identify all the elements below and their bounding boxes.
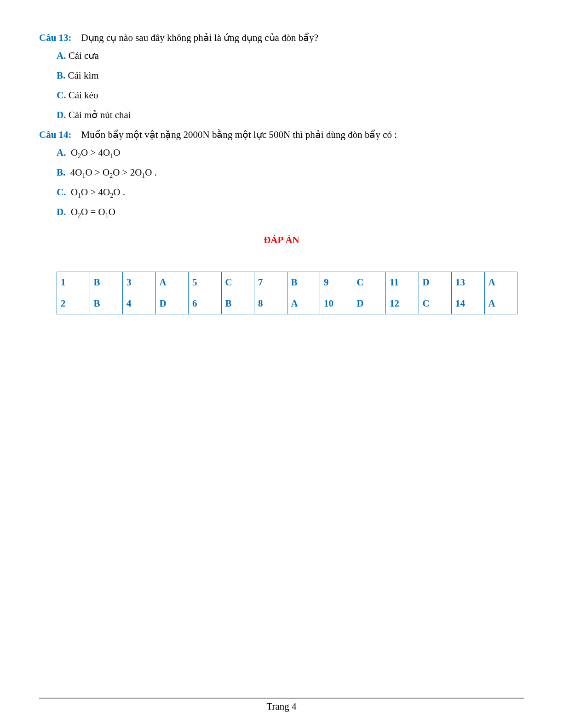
answer-cell: 8 bbox=[254, 293, 287, 314]
answer-cell: 4 bbox=[123, 293, 156, 314]
option-text: Cái kìm bbox=[68, 70, 99, 81]
answer-cell: 2 bbox=[57, 293, 90, 314]
option-13-d: D. Cái mở nút chai bbox=[57, 109, 524, 121]
option-text: Cái kéo bbox=[69, 90, 98, 101]
answer-cell: 5 bbox=[189, 272, 222, 293]
question-13-text: Dụng cụ nào sau đây không phải là ứng dụ… bbox=[81, 32, 319, 43]
answer-cell: D bbox=[155, 293, 189, 314]
answer-cell: 10 bbox=[320, 293, 353, 314]
question-14-text: Muốn bẩy một vật nặng 2000N bằng một lực… bbox=[81, 129, 397, 140]
question-14-options: A. O2O > 4O1O B. 4O1O > O2O > 2O1O . C. … bbox=[57, 147, 524, 218]
option-letter: B. bbox=[57, 70, 65, 81]
answer-cell: B bbox=[221, 293, 254, 314]
answer-cell: A bbox=[484, 272, 517, 293]
option-letter: A. bbox=[57, 147, 66, 158]
option-text: O2O > 4O1O bbox=[69, 147, 121, 158]
option-text: Cái cưa bbox=[69, 50, 99, 61]
option-letter: D. bbox=[57, 206, 66, 217]
answer-cell: 3 bbox=[123, 272, 156, 293]
footer-rule bbox=[39, 698, 524, 699]
answer-cell: 11 bbox=[386, 272, 419, 293]
answer-cell: D bbox=[353, 293, 386, 314]
option-13-c: C. Cái kéo bbox=[57, 90, 524, 101]
answer-cell: 9 bbox=[320, 272, 353, 293]
option-text: O2O = O1O bbox=[69, 206, 115, 217]
question-13-options: A. Cái cưa B. Cái kìm C. Cái kéo D. Cái … bbox=[57, 50, 524, 121]
answer-cell: B bbox=[90, 293, 123, 314]
spacer bbox=[74, 129, 79, 140]
answer-cell: 1 bbox=[57, 272, 90, 293]
option-13-b: B. Cái kìm bbox=[57, 70, 524, 81]
question-14-label: Câu 14: bbox=[39, 129, 72, 140]
answer-cell: C bbox=[353, 272, 386, 293]
option-text: O1O > 4O2O . bbox=[69, 187, 125, 198]
answer-cell: 13 bbox=[452, 272, 485, 293]
option-letter: B. bbox=[57, 167, 65, 178]
option-14-a: A. O2O > 4O1O bbox=[57, 147, 524, 159]
option-14-c: C. O1O > 4O2O . bbox=[57, 187, 524, 198]
answer-cell: B bbox=[90, 272, 123, 293]
answer-cell: D bbox=[419, 272, 452, 293]
footer-page-number: Trang 4 bbox=[0, 701, 563, 712]
answer-cell: C bbox=[419, 293, 452, 314]
answer-table-wrap: 1 B 3 A 5 C 7 B 9 C 11 D 13 A 2 B 4 D 6 bbox=[57, 272, 524, 314]
answer-cell: 6 bbox=[189, 293, 222, 314]
answer-cell: A bbox=[484, 293, 517, 314]
answer-cell: 7 bbox=[254, 272, 287, 293]
spacer bbox=[74, 32, 79, 43]
answer-cell: 12 bbox=[386, 293, 419, 314]
answer-cell: B bbox=[287, 272, 320, 293]
table-row: 1 B 3 A 5 C 7 B 9 C 11 D 13 A bbox=[57, 272, 517, 293]
option-13-a: A. Cái cưa bbox=[57, 50, 524, 62]
question-14: Câu 14: Muốn bẩy một vật nặng 2000N bằng… bbox=[39, 129, 524, 141]
option-letter: C. bbox=[57, 90, 66, 101]
answer-cell: 14 bbox=[452, 293, 485, 314]
table-row: 2 B 4 D 6 B 8 A 10 D 12 C 14 A bbox=[57, 293, 517, 314]
option-letter: D. bbox=[57, 109, 66, 120]
question-13-label: Câu 13: bbox=[39, 32, 72, 43]
answer-table: 1 B 3 A 5 C 7 B 9 C 11 D 13 A 2 B 4 D 6 bbox=[57, 272, 517, 314]
option-text: 4O1O > O2O > 2O1O . bbox=[68, 167, 157, 178]
answer-cell: A bbox=[287, 293, 320, 314]
question-13: Câu 13: Dụng cụ nào sau đây không phải l… bbox=[39, 32, 524, 44]
page: Câu 13: Dụng cụ nào sau đây không phải l… bbox=[0, 0, 563, 728]
option-letter: A. bbox=[57, 50, 66, 61]
answer-cell: C bbox=[221, 272, 254, 293]
option-14-b: B. 4O1O > O2O > 2O1O . bbox=[57, 167, 524, 178]
option-text: Cái mở nút chai bbox=[69, 109, 131, 120]
option-letter: C. bbox=[57, 187, 66, 198]
option-14-d: D. O2O = O1O bbox=[57, 206, 524, 218]
answer-cell: A bbox=[155, 272, 189, 293]
answer-heading: ĐÁP ÁN bbox=[39, 234, 524, 246]
